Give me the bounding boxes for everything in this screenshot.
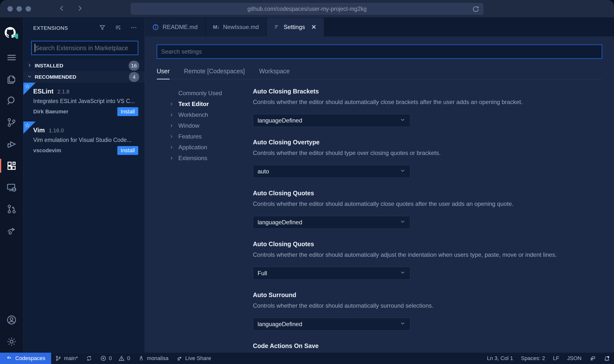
user-indicator[interactable]: monalisa [134,353,172,364]
tree-item-commonly-used[interactable]: Commonly Used [169,88,248,99]
address-bar[interactable]: github.com/codespaces/user-my-project-mg… [130,3,484,15]
tab-newissue[interactable]: M↓ NewIssue.md [206,18,267,36]
setting-dropdown[interactable]: languageDefined [253,114,410,127]
tree-item-label: Features [178,133,202,140]
tab-readme[interactable]: README.md [145,18,206,36]
remote-explorer-icon[interactable] [0,177,23,198]
setting-dropdown[interactable]: Full [253,267,410,280]
cursor-position[interactable]: Ln 3, Col 1 [483,353,517,364]
settings-editor: User Remote [Codespaces] Workspace Commo… [145,36,614,352]
notifications-bell-icon[interactable] [600,353,614,364]
scope-tab-remote[interactable]: Remote [Codespaces] [184,68,245,79]
source-control-icon[interactable] [0,112,23,133]
browser-window: github.com/codespaces/user-my-project-mg… [0,0,614,364]
setting-auto-closing-overtype: Auto Closing Overtype Controls whether t… [253,139,602,178]
eol-indicator[interactable]: LF [549,353,563,364]
account-icon[interactable] [0,309,23,331]
setting-title: Auto Closing Overtype [253,139,602,146]
settings-gear-icon[interactable] [0,331,23,352]
scope-tab-workspace[interactable]: Workspace [259,68,290,79]
live-share-icon[interactable] [0,220,23,242]
tab-bar: README.md M↓ NewIssue.md Settings ✕ [145,18,614,36]
dropdown-value: languageDefined [258,219,302,226]
warning-count: 0 [127,355,130,362]
recommended-ribbon-icon: ☆ [23,83,36,95]
scope-tab-user[interactable]: User [157,68,170,79]
settings-search-box[interactable] [157,45,602,59]
extensions-search-input[interactable] [35,45,135,52]
sync-button[interactable] [82,353,96,364]
user-name: monalisa [147,355,169,362]
pull-requests-icon[interactable] [0,198,23,220]
extension-item-vim[interactable]: ☆ Vim 1.16.0 Vim emulation for Visual St… [23,121,145,160]
dropdown-value: languageDefined [258,321,302,328]
clear-extension-search-icon[interactable] [115,24,122,32]
extension-item-eslint[interactable]: ☆ ESLint 2.1.8 Integrates ESLint JavaScr… [23,83,145,121]
extension-description: Vim emulation for Visual Studio Code... [33,137,138,143]
search-icon[interactable] [0,90,23,112]
tree-item-label: Extensions [178,155,207,162]
window-minimize-button[interactable] [16,6,22,12]
install-button[interactable]: Install [117,146,138,155]
tree-item-application[interactable]: Application [169,142,248,153]
setting-code-actions-on-save: Code Actions On Save [253,342,602,349]
problems-indicator[interactable]: 0 0 [96,353,134,364]
explorer-icon[interactable] [0,68,23,90]
live-share-button[interactable]: Live Share [172,353,215,364]
sidebar-title: EXTENSIONS [33,25,68,31]
reload-icon[interactable] [472,5,479,14]
github-logo[interactable] [0,21,23,47]
tree-item-features[interactable]: Features [169,131,248,142]
installed-section-header[interactable]: INSTALLED 16 [23,60,145,71]
more-actions-icon[interactable] [130,24,137,32]
recommended-ribbon-icon: ☆ [23,121,36,134]
installed-count-badge: 16 [129,61,139,71]
error-count: 0 [109,355,112,362]
install-button[interactable]: Install [117,107,138,116]
recommended-section-header[interactable]: RECOMMENDED 4 [23,71,145,83]
cursor-position-label: Ln 3, Col 1 [487,355,513,362]
section-label: RECOMMENDED [35,74,76,80]
branch-indicator[interactable]: main* [51,353,82,364]
setting-dropdown[interactable]: languageDefined [253,216,410,229]
window-maximize-button[interactable] [26,6,31,12]
activity-bar [0,18,23,352]
tree-item-text-editor[interactable]: Text Editor [169,99,248,109]
tree-item-window[interactable]: Window [169,120,248,131]
indentation-indicator[interactable]: Spaces: 2 [517,353,549,364]
branch-name: main* [64,355,78,362]
extension-description: Integrates ESLint JavaScript into VS C..… [33,98,138,105]
setting-description: Controls whether the editor should autom… [253,302,602,309]
settings-editor-icon [274,24,280,30]
setting-auto-surround: Auto Surround Controls whether the edito… [253,291,602,331]
markdown-icon: M↓ [213,24,219,30]
settings-list: Auto Closing Brackets Controls whether t… [248,88,602,352]
run-debug-icon[interactable] [0,133,23,155]
dropdown-value: languageDefined [258,117,302,124]
tree-item-label: Text Editor [178,101,209,107]
close-tab-icon[interactable]: ✕ [311,23,317,31]
filter-icon[interactable] [99,24,106,32]
setting-dropdown[interactable]: auto [253,165,410,178]
tab-settings[interactable]: Settings ✕ [267,18,324,36]
menu-icon[interactable] [0,47,23,68]
extensions-search-box[interactable] [31,41,138,55]
settings-scope-tabs: User Remote [Codespaces] Workspace [157,68,602,79]
chevron-down-icon [27,74,32,80]
tree-item-workbench[interactable]: Workbench [169,109,248,120]
forward-icon[interactable] [76,5,83,13]
codespaces-remote-button[interactable]: Codespaces [0,353,51,364]
tab-label: NewIssue.md [223,24,259,30]
extension-version: 2.1.8 [57,89,69,95]
feedback-icon[interactable] [585,353,600,364]
language-mode[interactable]: JSON [563,353,585,364]
tab-label: README.md [163,24,198,30]
settings-search-input[interactable] [161,48,598,55]
extensions-icon[interactable] [0,155,23,177]
setting-dropdown[interactable]: languageDefined [253,318,410,331]
back-icon[interactable] [59,5,65,13]
window-close-button[interactable] [7,6,13,12]
setting-auto-closing-quotes-2: Auto Closing Quotes Controls whether the… [253,241,602,280]
setting-title: Auto Closing Brackets [253,88,602,95]
tree-item-extensions[interactable]: Extensions [169,153,248,164]
